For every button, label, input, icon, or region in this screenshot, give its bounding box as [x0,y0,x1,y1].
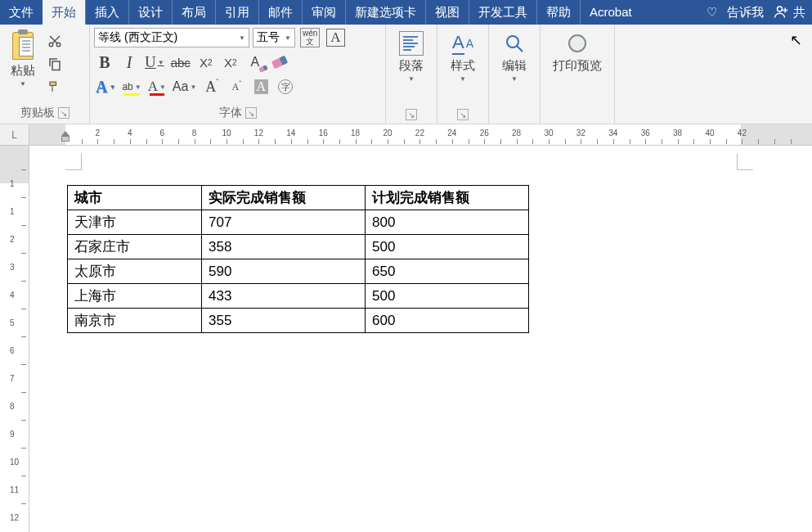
character-border-button[interactable]: A [325,27,346,48]
vertical-ruler[interactable]: 1123456789101112 [0,146,29,532]
table-cell[interactable]: 590 [202,259,366,284]
table-header[interactable]: 实际完成销售额 [202,186,366,210]
italic-button[interactable]: I [119,52,140,73]
ruler-tick [758,139,759,144]
superscript-button[interactable]: X2 [220,52,241,73]
cut-button[interactable] [45,32,65,50]
table-header[interactable]: 城市 [68,186,202,210]
table-cell[interactable]: 650 [366,259,529,284]
share-user-icon[interactable] [774,4,788,21]
eraser-button[interactable] [269,52,290,73]
ruler-tick [323,139,324,144]
table-cell[interactable]: 500 [366,235,529,259]
table-cell[interactable]: 上海市 [68,284,202,309]
tab-newtab[interactable]: 新建选项卡 [345,0,425,25]
tab-help[interactable]: 帮助 [536,0,580,25]
table-cell[interactable]: 南京市 [68,309,202,333]
tab-file[interactable]: 文件 [0,0,43,25]
enclose-characters-button[interactable]: 字 [275,76,296,97]
table-row[interactable]: 天津市707800 [68,210,529,235]
ruler-tick [178,139,179,144]
share-label[interactable]: 共 [793,5,805,20]
table-cell[interactable]: 433 [202,284,366,309]
font-size-combo[interactable]: 五号 ▼ [253,28,295,47]
tab-view[interactable]: 视图 [425,0,469,25]
tab-insert[interactable]: 插入 [85,0,128,25]
tab-acrobat[interactable]: Acrobat [580,0,641,25]
tab-references[interactable]: 引用 [215,0,258,25]
editing-label: 编辑 [502,58,527,74]
character-shading-button[interactable]: A [250,76,271,97]
ruler-number: 22 [415,128,424,138]
table-row[interactable]: 石家庄市358500 [68,235,529,259]
ruler-tick [21,225,26,226]
table-cell[interactable]: 600 [366,309,529,333]
tab-review[interactable]: 审阅 [302,0,345,25]
ruler-tick [162,139,163,144]
ruler-number: 1 [10,179,15,188]
change-case-button[interactable]: Aa▼ [171,76,199,97]
ruler-number: 6 [159,128,164,138]
phonetic-guide-button[interactable]: wén文 [298,27,321,48]
clear-formatting-button[interactable]: A [244,52,266,73]
paragraph-launcher[interactable]: ↘ [406,109,417,120]
table-cell[interactable]: 800 [366,210,529,235]
table-cell[interactable]: 358 [202,235,366,259]
paragraph-icon [399,31,424,56]
table-cell[interactable]: 石家庄市 [68,235,202,259]
ruler-number: 1 [10,207,15,216]
highlight-button[interactable]: ab▼ [120,76,142,97]
paragraph-button[interactable]: 段落 ▼ [390,27,433,107]
tab-design[interactable]: 设计 [128,0,172,25]
font-color-button[interactable]: A▼ [146,76,168,97]
sales-table[interactable]: 城市实际完成销售额计划完成销售额 天津市707800石家庄市358500太原市5… [67,185,529,333]
underline-button[interactable]: U▼ [143,52,166,73]
editing-button[interactable]: 编辑 ▼ [493,27,536,119]
print-preview-button[interactable]: 打印预览 [545,27,610,119]
copy-button[interactable] [45,55,65,73]
bold-button[interactable]: B [94,52,115,73]
tab-developer[interactable]: 开发工具 [469,0,536,25]
font-name-combo[interactable]: 等线 (西文正文) ▼ [94,28,249,47]
table-cell[interactable]: 355 [202,309,366,333]
table-cell[interactable]: 707 [202,210,366,235]
table-header[interactable]: 计划完成销售额 [366,186,529,210]
table-cell[interactable]: 太原市 [68,259,202,284]
shrink-font-button[interactable]: Aˇ [226,76,247,97]
table-cell[interactable]: 天津市 [68,210,202,235]
subscript-button[interactable]: X2 [195,52,217,73]
indent-marker[interactable] [61,136,70,144]
paste-dropdown-icon[interactable]: ▼ [20,80,26,88]
ruler-tick [662,139,662,144]
ruler-number: 4 [128,128,132,138]
horizontal-ruler[interactable]: 24681012141618202224262830323436384042 [29,124,812,145]
chevron-down-icon: ▼ [408,75,415,83]
styles-launcher[interactable]: ↘ [457,109,469,120]
ruler-number: 8 [10,402,15,411]
table-row[interactable]: 太原市590650 [68,259,529,284]
ruler-number: 34 [608,128,617,138]
table-cell[interactable]: 500 [366,284,529,309]
grow-font-button[interactable]: Aˆ [201,76,222,97]
ruler-tick [710,139,711,144]
tab-mailings[interactable]: 邮件 [258,0,302,25]
tab-home[interactable]: 开始 [43,0,85,25]
table-row[interactable]: 上海市433500 [68,284,529,309]
ruler-number: 3 [10,263,15,272]
print-preview-label: 打印预览 [553,58,602,74]
styles-button[interactable]: AA 样式 ▼ [442,27,484,107]
format-painter-button[interactable] [45,78,65,96]
clipboard-launcher[interactable]: ↘ [58,107,70,119]
table-row[interactable]: 南京市355600 [68,309,529,333]
clipboard-group-label: 剪贴板 [20,106,55,120]
font-launcher[interactable]: ↘ [245,107,257,119]
ruler-number: 16 [319,128,328,138]
ruler-tick [484,139,485,144]
ruler-number: 6 [10,346,15,355]
tab-layout[interactable]: 布局 [172,0,215,25]
text-effects-button[interactable]: A▼ [94,76,117,97]
strikethrough-button[interactable]: abc [169,52,192,73]
paste-button[interactable]: 粘贴 ▼ [4,27,42,104]
document-surface[interactable]: 城市实际完成销售额计划完成销售额 天津市707800石家庄市358500太原市5… [29,146,812,532]
tell-me-search[interactable]: 告诉我 [722,0,769,25]
